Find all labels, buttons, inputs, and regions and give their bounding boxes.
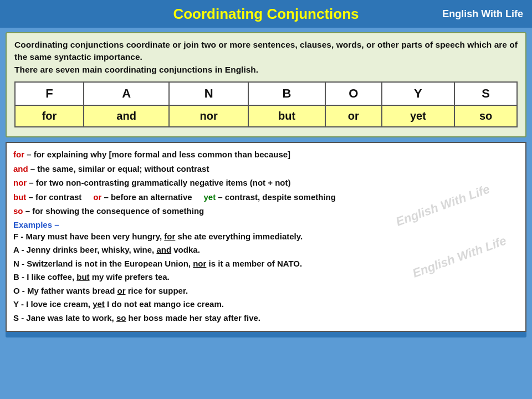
example-s: S - Jane was late to work, so her boss m… (13, 312, 519, 325)
ex-n-text: - Switzerland is not in the European Uni… (19, 259, 193, 268)
intro-line2: There are seven main coordinating conjun… (14, 65, 258, 74)
ex-n-conj: nor (193, 259, 206, 268)
ex-s-rest: her boss made her stay after five. (126, 313, 260, 323)
example-a: A - Jenny drinks beer, whisky, wine, and… (13, 244, 519, 257)
def-for-text: – for explaining why [more formal and le… (24, 150, 290, 159)
letter-y: Y (382, 82, 455, 105)
conj-or: or (93, 192, 101, 202)
brand-label: English With Life (442, 8, 523, 20)
ex-o-letter: O (13, 286, 20, 295)
ex-a-letter: A (13, 245, 19, 254)
ex-s-letter: S (13, 313, 19, 323)
word-yet: yet (382, 105, 455, 127)
letter-f: F (15, 82, 84, 105)
letter-a: A (84, 82, 169, 105)
letter-n: N (169, 82, 248, 105)
word-but: but (248, 105, 325, 127)
letter-o: O (325, 82, 381, 105)
def-so-text: – for showing the consequence of somethi… (23, 206, 204, 216)
ex-n-rest: is it a member of NATO. (206, 259, 302, 268)
conj-for: for (13, 150, 24, 159)
def-nor-text: – for two non-contrasting grammatically … (27, 178, 290, 187)
ex-y-letter: Y (13, 299, 19, 309)
def-nor: nor – for two non-contrasting grammatica… (13, 177, 519, 190)
ex-f-conj: for (164, 232, 175, 241)
conj-nor: nor (13, 178, 27, 187)
def-but-text: – for contrast (26, 192, 81, 202)
ex-b-letter: B (13, 272, 19, 282)
header: Coordinating Conjunctions English With L… (0, 0, 532, 28)
ex-f-rest: she ate everything immediately. (175, 232, 303, 241)
ex-b-rest: my wife prefers tea. (90, 272, 170, 282)
fanboys-letters-row: F A N B O Y S (15, 82, 517, 105)
def-so: so – for showing the consequence of some… (13, 205, 519, 218)
main-content: Coordinating conjunctions coordinate or … (6, 32, 526, 137)
example-y: Y - I love ice cream, yet I do not eat m… (13, 298, 519, 311)
word-so: so (454, 105, 517, 127)
ex-y-conj: yet (93, 299, 105, 309)
ex-o-conj: or (117, 286, 126, 295)
ex-o-text: - My father wants bread (20, 286, 117, 295)
examples-header: Examples – (13, 220, 519, 229)
ex-a-rest: vodka. (171, 245, 200, 254)
fanboys-words-row: for and nor but or yet so (15, 105, 517, 127)
ex-f-letter: F (13, 232, 18, 241)
conj-and: and (13, 164, 28, 173)
page-title: Coordinating Conjunctions (173, 6, 359, 23)
word-nor: nor (169, 105, 248, 127)
example-b: B - I like coffee, but my wife prefers t… (13, 271, 519, 284)
conj-so: so (13, 206, 23, 216)
bottom-bar (6, 332, 526, 337)
def-and-text: – the same, similar or equal; without co… (28, 164, 209, 173)
ex-a-conj: and (156, 245, 171, 254)
ex-b-text: - I like coffee, (19, 272, 76, 282)
fanboys-table: F A N B O Y S for and nor but or yet so (14, 81, 518, 127)
definitions-box: English With Life English With Life for … (6, 142, 526, 332)
ex-y-text: - I love ice cream, (19, 299, 93, 309)
def-yet-text: – contrast, despite something (216, 192, 336, 202)
def-but-or-yet: but – for contrast or – before an altern… (13, 191, 519, 204)
conj-yet: yet (203, 192, 216, 202)
ex-a-text: - Jenny drinks beer, whisky, wine, (19, 245, 156, 254)
example-f: F - Mary must have been very hungry, for… (13, 231, 519, 243)
example-o: O - My father wants bread or rice for su… (13, 285, 519, 298)
intro-line1: Coordinating conjunctions coordinate or … (14, 40, 518, 62)
ex-o-rest: rice for supper. (126, 286, 188, 295)
intro-paragraph: Coordinating conjunctions coordinate or … (14, 39, 518, 76)
ex-s-text: - Jane was late to work, (19, 313, 116, 323)
conj-but: but (13, 192, 26, 202)
ex-b-conj: but (76, 272, 89, 282)
ex-n-letter: N (13, 259, 19, 268)
letter-b: B (248, 82, 325, 105)
example-n: N - Switzerland is not in the European U… (13, 258, 519, 270)
ex-y-rest: I do not eat mango ice cream. (105, 299, 224, 309)
def-or-text: – before an alternative (101, 192, 192, 202)
ex-f-text: - Mary must have been very hungry, (18, 232, 164, 241)
letter-s: S (454, 82, 517, 105)
ex-s-conj: so (116, 313, 126, 323)
word-or: or (325, 105, 381, 127)
word-and: and (84, 105, 169, 127)
def-for: for – for explaining why [more formal an… (13, 149, 519, 161)
word-for: for (15, 105, 84, 127)
def-and: and – the same, similar or equal; withou… (13, 163, 519, 176)
